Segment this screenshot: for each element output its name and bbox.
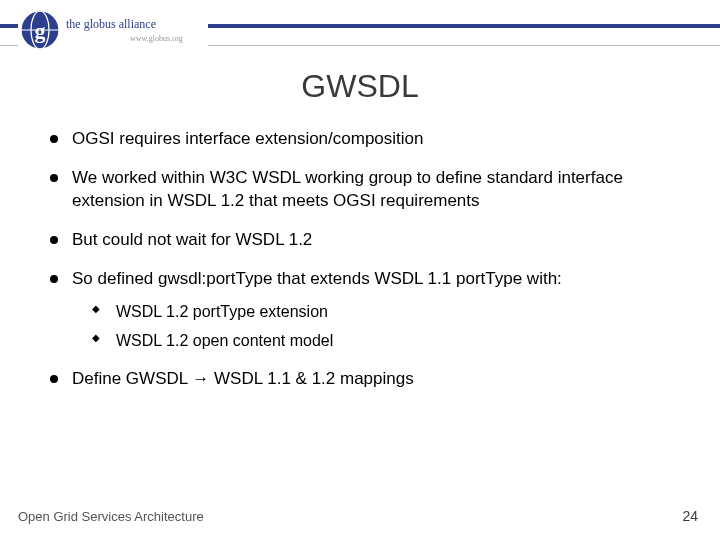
- bullet-text: We worked within W3C WSDL working group …: [72, 168, 623, 210]
- svg-text:g: g: [35, 18, 46, 43]
- bullet-text: But could not wait for WSDL 1.2: [72, 230, 312, 249]
- sub-text: WSDL 1.2 portType extension: [116, 303, 328, 320]
- bullet-text: Define GWSDL → WSDL 1.1 & 1.2 mappings: [72, 369, 414, 388]
- sub-text: WSDL 1.2 open content model: [116, 332, 333, 349]
- content-area: OGSI requires interface extension/compos…: [48, 128, 672, 407]
- logo-title: the globus alliance: [66, 17, 156, 31]
- bullet-item: Define GWSDL → WSDL 1.1 & 1.2 mappings: [48, 368, 672, 391]
- logo-url: www.globus.org: [130, 34, 183, 43]
- slide: g the globus alliance www.globus.org GWS…: [0, 0, 720, 540]
- bullet-text: So defined gwsdl:portType that extends W…: [72, 269, 562, 288]
- bullet-list: OGSI requires interface extension/compos…: [48, 128, 672, 391]
- globus-logo: g the globus alliance www.globus.org: [18, 8, 208, 52]
- bullet-item: But could not wait for WSDL 1.2: [48, 229, 672, 252]
- footer-text: Open Grid Services Architecture: [18, 509, 204, 524]
- sub-item: WSDL 1.2 portType extension: [92, 301, 672, 323]
- bullet-item: So defined gwsdl:portType that extends W…: [48, 268, 672, 352]
- sub-item: WSDL 1.2 open content model: [92, 330, 672, 352]
- header: g the globus alliance www.globus.org: [0, 0, 720, 56]
- bullet-item: OGSI requires interface extension/compos…: [48, 128, 672, 151]
- bullet-text: OGSI requires interface extension/compos…: [72, 129, 424, 148]
- bullet-item: We worked within W3C WSDL working group …: [48, 167, 672, 213]
- slide-title: GWSDL: [0, 68, 720, 105]
- page-number: 24: [682, 508, 698, 524]
- sub-list: WSDL 1.2 portType extension WSDL 1.2 ope…: [72, 301, 672, 352]
